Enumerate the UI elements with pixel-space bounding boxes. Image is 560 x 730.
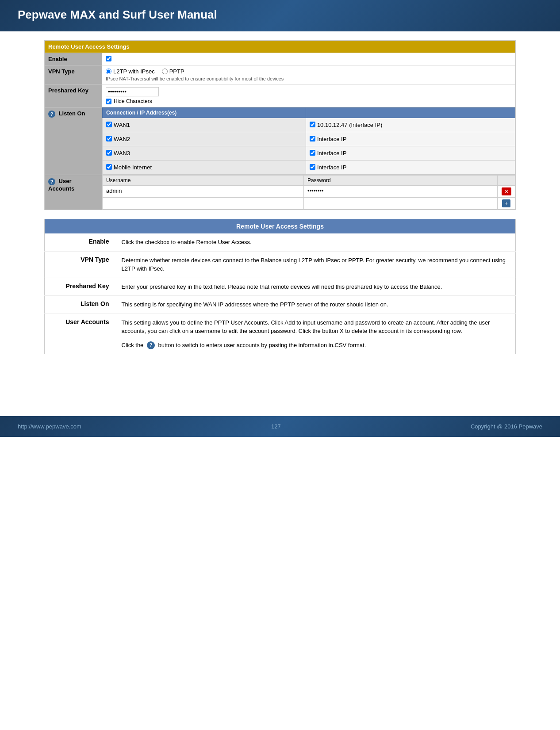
settings-table: Remote User Access Settings Enable VPN T…: [44, 40, 516, 210]
listen-inner-table: Connection / IP Address(es) WAN1: [102, 107, 515, 175]
ua-password-dots: ••••••••: [307, 187, 323, 194]
user-accounts-row: ? User Accounts Username Password admin: [45, 175, 516, 210]
user-accounts-label: ? User Accounts: [45, 175, 102, 210]
wan2-ip-text: Interface IP: [317, 136, 346, 142]
desc-enable-label: Enable: [45, 233, 115, 251]
desc-ua-text3: button to switch to enters user accounts…: [158, 342, 366, 348]
wan3-ip-group[interactable]: Interface IP: [310, 150, 511, 157]
ua-header-row: Username Password: [103, 176, 515, 186]
footer-copyright: Copyright @ 2016 Pepwave: [471, 423, 542, 430]
wan2-cell: WAN2: [103, 132, 306, 146]
vpn-radio-group: L2TP with IPsec PPTP: [106, 68, 512, 75]
ua-data-row: admin •••••••• ✕: [103, 186, 515, 198]
preshared-key-input[interactable]: [106, 87, 159, 96]
desc-ua-row: User Accounts This setting allows you to…: [45, 313, 516, 354]
enable-checkbox[interactable]: [106, 56, 111, 61]
enable-value: [102, 53, 516, 65]
wan3-ip-text: Interface IP: [317, 150, 346, 157]
desc-preshared-text: Enter your preshared key in the text fie…: [115, 278, 516, 296]
mobile-ip-checkbox[interactable]: [310, 164, 315, 170]
desc-listen-row: Listen On This setting is for specifying…: [45, 296, 516, 314]
ua-password-cell: ••••••••: [303, 186, 497, 198]
wan2-ip-checkbox[interactable]: [310, 136, 315, 141]
wan2-ip-group[interactable]: Interface IP: [310, 136, 511, 142]
wan3-ip-checkbox[interactable]: [310, 150, 315, 156]
wan3-label-group[interactable]: WAN3: [106, 150, 302, 157]
mobile-label-group[interactable]: Mobile Internet: [106, 164, 302, 171]
pptp-radio[interactable]: [162, 69, 168, 74]
wan1-ip-cell: 10.10.12.47 (Interface IP): [306, 118, 515, 132]
wan1-ip-group[interactable]: 10.10.12.47 (Interface IP): [310, 122, 511, 128]
preshared-key-row: Preshared Key Hide Characters: [45, 84, 516, 107]
wan2-label: WAN2: [114, 136, 130, 142]
vpn-note: IPsec NAT-Traversal will be enabled to e…: [106, 76, 512, 81]
wan2-label-group[interactable]: WAN2: [106, 136, 302, 142]
wan1-label: WAN1: [114, 122, 130, 128]
desc-ua-text2-group: Click the ? button to switch to enters u…: [122, 341, 510, 350]
enable-checkbox-group[interactable]: [106, 56, 512, 61]
user-accounts-table: Username Password admin •••••••• ✕: [102, 175, 515, 210]
ua-empty-password: [303, 198, 497, 210]
settings-header-cell: Remote User Access Settings: [45, 41, 516, 53]
desc-listen-text: This setting is for specifying the WAN I…: [115, 296, 516, 314]
desc-ua-text2: Click the: [122, 342, 144, 348]
ua-add-button[interactable]: +: [502, 199, 510, 207]
user-accounts-help-icon[interactable]: ?: [48, 178, 55, 185]
ua-delete-button[interactable]: ✕: [502, 187, 511, 195]
listen-col2-header: [306, 108, 515, 118]
footer-page: 127: [271, 423, 281, 430]
user-accounts-value: Username Password admin •••••••• ✕: [102, 175, 516, 210]
hide-chars-label: Hide Characters: [114, 98, 152, 104]
l2tp-label: L2TP with IPsec: [113, 68, 155, 75]
mobile-ip-group[interactable]: Interface IP: [310, 164, 511, 171]
l2tp-radio[interactable]: [106, 69, 111, 74]
vpn-type-value: L2TP with IPsec PPTP IPsec NAT-Traversal…: [102, 65, 516, 84]
desc-ua-label: User Accounts: [45, 313, 115, 354]
ua-username: admin: [106, 187, 122, 194]
wan3-ip-cell: Interface IP: [306, 146, 515, 161]
wan1-checkbox[interactable]: [106, 122, 112, 127]
desc-ua-text1: This setting allows you to define the PP…: [122, 318, 510, 336]
spacer3: [44, 381, 516, 390]
desc-header-cell: Remote User Access Settings: [45, 219, 516, 234]
desc-listen-label: Listen On: [45, 296, 115, 314]
wan1-ip-checkbox[interactable]: [310, 122, 315, 127]
desc-vpn-row: VPN Type Determine whether remote device…: [45, 251, 516, 278]
listen-row-wan3: WAN3 Interface IP: [103, 146, 515, 161]
csv-help-icon[interactable]: ?: [147, 341, 155, 349]
ua-empty-username: [103, 198, 304, 210]
mobile-checkbox[interactable]: [106, 164, 112, 170]
pptp-radio-item[interactable]: PPTP: [162, 68, 184, 75]
hide-chars-checkbox[interactable]: [106, 99, 111, 104]
desc-vpn-text: Determine whether remote devices can con…: [115, 251, 516, 278]
wan1-ip-text: 10.10.12.47 (Interface IP): [317, 122, 382, 128]
desc-preshared-row: Preshared Key Enter your preshared key i…: [45, 278, 516, 296]
wan2-checkbox[interactable]: [106, 136, 112, 141]
listen-on-row: ? Listen On Connection / IP Address(es): [45, 107, 516, 175]
description-table: Remote User Access Settings Enable Click…: [44, 219, 516, 354]
ua-add-cell: +: [498, 198, 515, 210]
l2tp-radio-item[interactable]: L2TP with IPsec: [106, 68, 155, 75]
wan3-checkbox[interactable]: [106, 150, 112, 156]
desc-ua-value: This setting allows you to define the PP…: [115, 313, 516, 354]
listen-header-row: Connection / IP Address(es): [103, 108, 515, 118]
page-title: Pepwave MAX and Surf User Manual: [18, 8, 542, 22]
ua-action-cell: ✕: [498, 186, 515, 198]
mobile-ip-cell: Interface IP: [306, 161, 515, 175]
preshared-key-label: Preshared Key: [45, 84, 102, 107]
listen-row-wan2: WAN2 Interface IP: [103, 132, 515, 146]
spacer: [44, 363, 516, 372]
page-header: Pepwave MAX and Surf User Manual: [0, 0, 560, 31]
enable-label: Enable: [45, 53, 102, 65]
ua-empty-row: +: [103, 198, 515, 210]
mobile-cell: Mobile Internet: [103, 161, 306, 175]
hide-chars-group[interactable]: Hide Characters: [106, 98, 512, 104]
main-content: Remote User Access Settings Enable VPN T…: [0, 31, 560, 398]
listen-on-help-icon[interactable]: ?: [48, 111, 55, 118]
listen-on-label: ? Listen On: [45, 107, 102, 175]
mobile-label: Mobile Internet: [114, 164, 152, 171]
desc-header-row: Remote User Access Settings: [45, 219, 516, 234]
wan3-label: WAN3: [114, 150, 130, 157]
listen-on-value: Connection / IP Address(es) WAN1: [102, 107, 516, 175]
wan1-label-group[interactable]: WAN1: [106, 122, 302, 128]
